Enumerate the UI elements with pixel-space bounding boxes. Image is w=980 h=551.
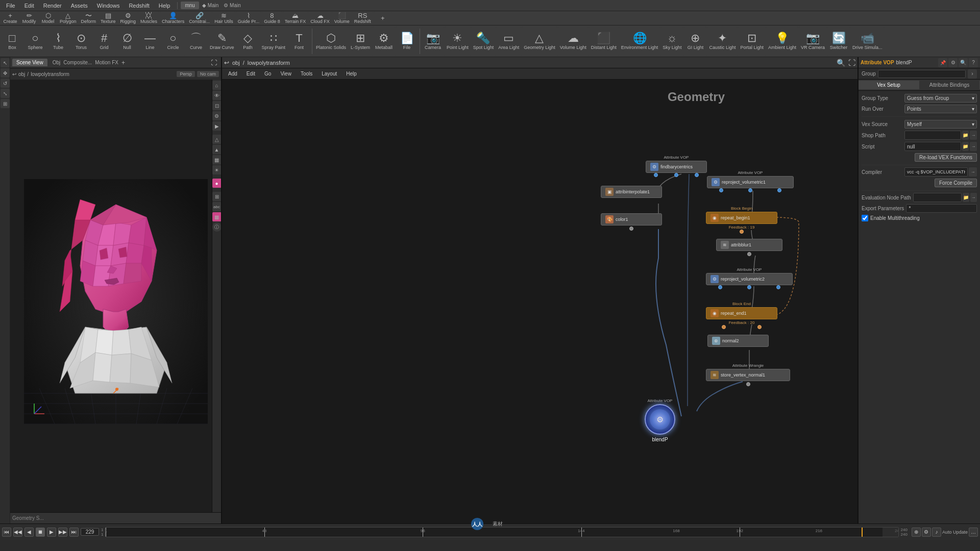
tl-prev-key[interactable]: ◀◀: [13, 528, 22, 537]
frame-btn[interactable]: ⊡: [212, 101, 222, 110]
tl-play[interactable]: ▶: [47, 528, 56, 537]
shop-path-pick-btn[interactable]: 📁: [962, 131, 969, 140]
tb-modify[interactable]: ✏Modify: [20, 12, 38, 25]
ne-menu-layout[interactable]: Layout: [317, 70, 341, 78]
node-attribinterpolate1[interactable]: ▣ attribinterpolate1: [601, 186, 662, 198]
ne-menu-go[interactable]: Go: [260, 70, 275, 78]
node-repeat-begin1-box[interactable]: ◉ repeat_begin1: [706, 212, 777, 224]
solid-btn[interactable]: ▲: [212, 145, 222, 154]
tl-audio-btn[interactable]: ♪: [932, 528, 941, 537]
home-view-btn[interactable]: ⌂: [212, 81, 222, 90]
rp-help-btn[interactable]: ?: [969, 58, 978, 67]
node-repeat-end1-box[interactable]: ◉ repeat_end1: [706, 307, 777, 319]
menu-file[interactable]: File: [2, 2, 19, 10]
pane-maximize-btn[interactable]: ⛶: [211, 59, 217, 66]
tb-cloudfx[interactable]: ☁Cloud FX: [308, 12, 332, 25]
tool-spraypaint[interactable]: ∷Spray Paint: [260, 27, 288, 56]
group-type-dropdown[interactable]: Guess from Group ▾: [904, 94, 977, 103]
shop-path-input[interactable]: [904, 131, 961, 140]
ne-back-btn[interactable]: ↩: [224, 59, 229, 66]
ne-search-btn[interactable]: 🔍: [837, 59, 845, 67]
scene-path-obj[interactable]: obj: [18, 71, 25, 77]
info-btn[interactable]: ⓘ: [212, 222, 222, 232]
color-btn[interactable]: ●: [212, 179, 222, 188]
tool-line[interactable]: —Line: [139, 27, 161, 56]
node-normal2-box[interactable]: ⊕ normal2: [707, 335, 769, 347]
tool-null[interactable]: ∅Null: [116, 27, 138, 56]
rp-pin-btn[interactable]: 📌: [938, 58, 947, 67]
script-pick-btn[interactable]: 📁: [962, 142, 969, 151]
grid-btn[interactable]: ⊞: [212, 192, 222, 201]
tool-rotate[interactable]: ↺: [1, 79, 10, 88]
export-params-input[interactable]: [906, 204, 977, 213]
tl-playhead[interactable]: [862, 528, 863, 537]
tool-camera[interactable]: 📷Camera: [422, 27, 444, 56]
tb-constrain[interactable]: 🔗Constrai...: [187, 12, 212, 25]
tl-step-back[interactable]: ◀: [24, 528, 34, 537]
tb-muscles[interactable]: 〷Muscles: [138, 12, 159, 25]
tl-goto-end[interactable]: ⏭: [69, 528, 79, 537]
tb-deform[interactable]: 〜Deform: [79, 12, 99, 25]
tool-box[interactable]: □Box: [1, 27, 23, 56]
node-reproject-vol2-box[interactable]: ⚙ reproject_volumetric2: [706, 273, 793, 285]
compiler-expand-btn[interactable]: →: [969, 167, 977, 177]
tb-characters[interactable]: 👤Characters: [160, 12, 186, 25]
tb-hairutils[interactable]: ≋Hair Utils: [212, 12, 235, 25]
node-color1[interactable]: 🎨 color1: [601, 213, 662, 232]
tool-skylight[interactable]: ☼Sky Light: [660, 27, 683, 56]
compiler-input[interactable]: [904, 167, 968, 177]
tool-sphere[interactable]: ○Sphere: [24, 27, 46, 56]
display-options-btn[interactable]: ⚙: [212, 111, 222, 120]
tab-motionfx[interactable]: Motion FX: [95, 60, 118, 65]
tl-frame-input[interactable]: [81, 528, 99, 536]
ne-menu-help[interactable]: Help: [342, 70, 361, 78]
node-attribblur1[interactable]: ≋ attribblur1: [716, 239, 782, 257]
ne-max-btn[interactable]: ⛶: [848, 59, 855, 67]
viewport-persp[interactable]: Persp: [177, 71, 195, 77]
tb-create[interactable]: +Create: [1, 12, 19, 25]
tool-distantlight[interactable]: ⬛Distant Light: [589, 27, 619, 56]
scene-path-value[interactable]: lowpolytransform: [31, 71, 69, 77]
ne-menu-edit[interactable]: Edit: [242, 70, 259, 78]
rp-group-input[interactable]: [878, 70, 966, 78]
tool-move[interactable]: ✥: [1, 68, 10, 78]
tl-goto-start[interactable]: ⏮: [2, 528, 11, 537]
tb-terrainfx[interactable]: ⛰Terrain FX: [283, 12, 308, 25]
node-findbarycentrics-box[interactable]: ⚙ findbarycentrics: [646, 161, 707, 173]
render-btn[interactable]: ▶: [212, 121, 222, 131]
tl-settings-btn[interactable]: ⚙: [922, 528, 931, 537]
tb-model[interactable]: ⬡Model: [39, 12, 57, 25]
tool-grid[interactable]: #Grid: [93, 27, 115, 56]
menu-help[interactable]: Help: [155, 2, 175, 10]
node-color1-box[interactable]: 🎨 color1: [601, 213, 662, 226]
tool-circle[interactable]: ○Circle: [162, 27, 184, 56]
tool-select[interactable]: ↖: [1, 58, 10, 67]
eval-node-path-input[interactable]: [913, 193, 962, 202]
tool-spotlight[interactable]: 🔦Spot Light: [471, 27, 496, 56]
node-canvas[interactable]: Geometry: [222, 80, 857, 523]
tb-more[interactable]: +: [374, 12, 392, 25]
tl-more-btn[interactable]: …: [969, 528, 978, 537]
menu-redshift[interactable]: Redshift: [125, 2, 153, 10]
node-attribblur1-box[interactable]: ≋ attribblur1: [716, 239, 782, 251]
tool-geometrylight[interactable]: △Geometry Light: [522, 27, 557, 56]
tb-guide8[interactable]: 8Guide 8: [262, 12, 282, 25]
wire-btn[interactable]: △: [212, 135, 222, 144]
node-svn1-box[interactable]: ≋ store_vertex_normal1: [706, 369, 790, 381]
tool-torus[interactable]: ⊙Torus: [70, 27, 92, 56]
script-input[interactable]: [904, 142, 961, 151]
tool-drivecamera[interactable]: 📹Drive Simula...: [850, 27, 885, 56]
tl-zoom-btn[interactable]: ⊕: [912, 528, 921, 537]
run-over-dropdown[interactable]: Points ▾: [904, 105, 977, 113]
light-btn[interactable]: ☀: [212, 165, 222, 174]
reload-vex-btn[interactable]: Re-load VEX Functions: [915, 153, 977, 162]
tab-composite[interactable]: Composite...: [63, 60, 92, 65]
enable-mt-checkbox[interactable]: [862, 215, 868, 221]
tb-volume[interactable]: ⬛Volume: [332, 12, 352, 25]
abc-btn[interactable]: abc: [212, 202, 222, 211]
menu-assets[interactable]: Assets: [67, 2, 92, 10]
rp-expand-btn[interactable]: ›: [968, 69, 977, 79]
ne-menu-add[interactable]: Add: [224, 70, 241, 78]
tl-stop[interactable]: ⏹: [36, 528, 45, 537]
tool-drawcurve[interactable]: ✎Draw Curve: [208, 27, 236, 56]
